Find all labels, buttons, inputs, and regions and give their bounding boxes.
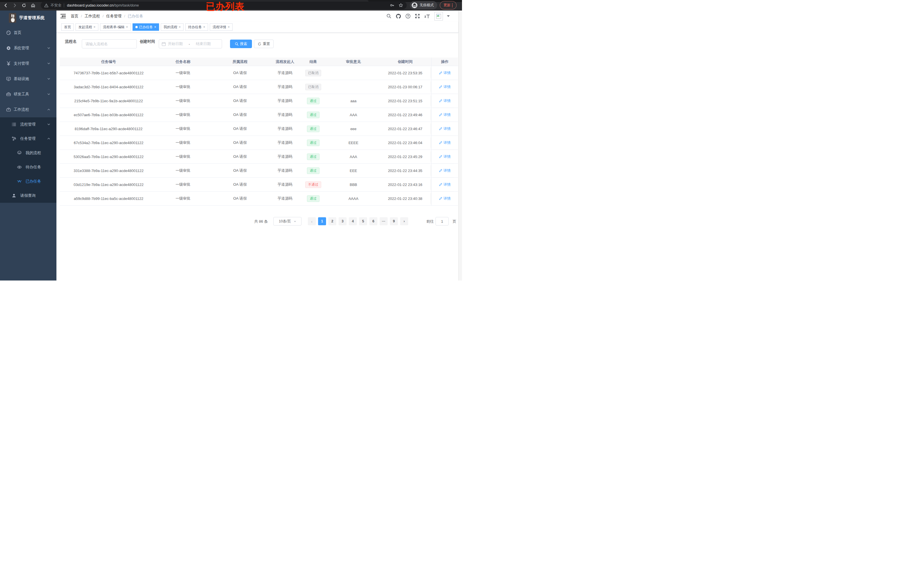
browser-scrollbar[interactable] (458, 10, 462, 280)
sidebar-item-home[interactable]: 首页 (0, 25, 56, 40)
close-icon[interactable]: × (228, 25, 230, 29)
detail-link[interactable]: 详情 (439, 154, 451, 159)
chevron-up-icon (47, 137, 50, 140)
search-button[interactable]: 搜索 (230, 40, 252, 48)
incognito-badge: 无痕模式 (410, 1, 437, 9)
edit-icon (439, 127, 442, 130)
close-icon[interactable]: × (179, 25, 181, 29)
sidebar-item-done-tasks[interactable]: 已办任务 (0, 174, 56, 188)
page-button-1[interactable]: 1 (318, 217, 326, 225)
github-icon[interactable] (396, 13, 401, 19)
tab-start-process[interactable]: 发起流程 × (75, 23, 98, 31)
reset-button[interactable]: 重置 (254, 40, 274, 48)
browser-update-button[interactable]: 更新 (440, 1, 457, 9)
sidebar-item-todo-tasks[interactable]: 待办任务 (0, 160, 56, 174)
table-row: 8196daff-7b9a-11ec-a290-acde48001122 一级审… (60, 122, 458, 136)
detail-link[interactable]: 详情 (439, 141, 451, 145)
cell-process: OA 请假 (208, 70, 272, 75)
detail-link[interactable]: 详情 (439, 126, 451, 131)
password-key-icon[interactable] (390, 3, 394, 8)
status-badge: 通过 (307, 168, 320, 174)
breadcrumb-item[interactable]: 首页 (70, 13, 78, 19)
app-logo-row[interactable]: 芋道管理系统 (0, 10, 56, 25)
breadcrumb-item[interactable]: 工作流程 (85, 13, 100, 19)
tab-form-edit[interactable]: 流程表单-编辑 × (100, 23, 131, 31)
breadcrumb-item-current: 已办任务 (128, 13, 143, 19)
cell-initiator: 芋道源码 (272, 112, 299, 117)
page-button-9[interactable]: 9 (390, 217, 398, 225)
more-pages-button[interactable]: ··· (380, 217, 388, 225)
browser-reload-button[interactable] (21, 2, 27, 9)
sidebar-item-devtools[interactable]: 研发工具 (0, 87, 56, 102)
prev-page-button[interactable]: ‹ (308, 217, 316, 225)
sidebar-item-process-mgmt[interactable]: 流程管理 (0, 117, 56, 132)
cell-comment: EEEE (328, 141, 379, 145)
done-task-table: 任务编号 任务名称 所属流程 流程发起人 结果 审批意见 创建时间 操作 747… (60, 57, 458, 206)
close-icon[interactable]: × (154, 25, 156, 29)
sidebar-item-infra[interactable]: 基础设施 (0, 71, 56, 87)
cell-result: 已取消 (299, 70, 328, 76)
sidebar-item-leave-query[interactable]: 请假查询 (0, 188, 56, 203)
cell-task-id: 3adac3d2-7b9d-11ec-8404-acde48001122 (60, 85, 158, 89)
sidebar-item-pay[interactable]: 支付管理 (0, 56, 56, 71)
breadcrumb-item[interactable]: 任务管理 (106, 13, 122, 19)
detail-link[interactable]: 详情 (439, 196, 451, 201)
browser-forward-button[interactable] (11, 2, 18, 9)
avatar-caret-icon[interactable] (447, 15, 450, 18)
column-header: 流程发起人 (272, 59, 299, 64)
sidebar-collapse-button[interactable] (60, 14, 66, 18)
page-size-select[interactable]: 10条/页 (273, 217, 302, 226)
close-icon[interactable]: × (93, 25, 96, 29)
tab-home[interactable]: 首页 (61, 23, 74, 31)
sidebar-item-workflow[interactable]: 工作流程 (0, 102, 56, 117)
detail-link[interactable]: 详情 (439, 99, 451, 103)
detail-link[interactable]: 详情 (439, 168, 451, 173)
fullscreen-icon[interactable] (415, 13, 420, 19)
font-size-icon[interactable] (424, 13, 430, 19)
cell-result: 通过 (299, 195, 328, 202)
sidebar-item-label: 已办任务 (26, 179, 41, 184)
avatar[interactable] (434, 12, 443, 21)
detail-link[interactable]: 详情 (439, 182, 451, 187)
page-button-2[interactable]: 2 (328, 217, 336, 225)
tab-todo-tasks[interactable]: 待办任务 × (185, 23, 208, 31)
next-page-button[interactable]: › (400, 217, 408, 225)
breadcrumb-separator: / (124, 14, 125, 18)
date-range-picker[interactable]: 开始日期 - 结束日期 (159, 39, 222, 48)
tab-my-process[interactable]: 我的流程 × (161, 23, 183, 31)
browser-back-button[interactable] (2, 2, 9, 9)
flow-icon (11, 136, 16, 141)
tab-label: 首页 (64, 25, 71, 30)
cell-process: OA 请假 (208, 98, 272, 103)
detail-link[interactable]: 详情 (439, 70, 451, 75)
cell-result: 通过 (299, 139, 328, 146)
detail-link[interactable]: 详情 (439, 112, 451, 117)
table-row: ec507ae6-7b9a-11ec-b03b-acde48001122 一级审… (60, 108, 458, 122)
search-icon[interactable] (386, 13, 392, 19)
sidebar-item-my-process[interactable]: 我的流程 (0, 146, 56, 160)
close-icon[interactable]: × (126, 25, 128, 29)
create-time-label: 创建时间 (140, 39, 155, 44)
close-icon[interactable]: × (203, 25, 205, 29)
bookmark-star-icon[interactable] (399, 3, 403, 8)
page-button-6[interactable]: 6 (369, 217, 377, 225)
table-row: a59c9d88-7b99-11ec-ba5c-acde48001122 一级审… (60, 191, 458, 206)
sidebar-item-task-mgmt[interactable]: 任务管理 (0, 132, 56, 146)
page-button-4[interactable]: 4 (349, 217, 357, 225)
page-button-5[interactable]: 5 (359, 217, 367, 225)
cell-task-id: 8196daff-7b9a-11ec-a290-acde48001122 (60, 127, 158, 131)
sidebar-item-system[interactable]: 系统管理 (0, 40, 56, 56)
process-name-input[interactable] (82, 39, 137, 48)
tab-process-detail[interactable]: 流程详情 × (210, 23, 232, 31)
filter-form: 流程名 创建时间 开始日期 - 结束日期 搜索 重置 (56, 33, 458, 51)
app-header: 首页 / 工作流程 / 任务管理 / 已办任务 (56, 10, 458, 22)
help-icon[interactable] (405, 13, 411, 19)
tab-done-tasks[interactable]: 已办任务 × (132, 23, 159, 31)
cell-initiator: 芋道源码 (272, 98, 299, 103)
browser-home-button[interactable] (30, 2, 36, 9)
app-logo (9, 13, 16, 23)
edit-icon (439, 85, 442, 88)
goto-page-input[interactable] (435, 217, 448, 226)
detail-link[interactable]: 详情 (439, 85, 451, 90)
page-button-3[interactable]: 3 (339, 217, 346, 225)
